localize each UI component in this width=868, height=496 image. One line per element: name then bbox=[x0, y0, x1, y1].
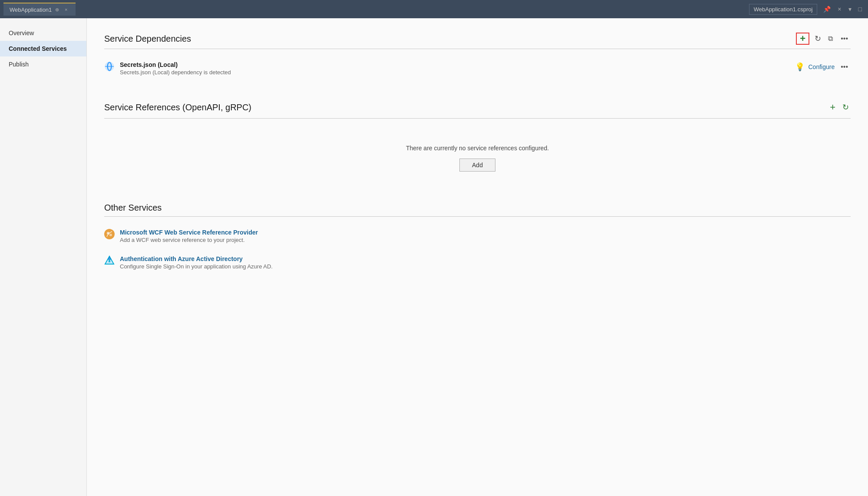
tab-close-icon[interactable]: × bbox=[63, 6, 69, 13]
sidebar-item-overview[interactable]: Overview bbox=[0, 25, 86, 41]
service-references-add-button[interactable]: Add bbox=[459, 159, 495, 172]
tab-label: WebApplication1 bbox=[10, 7, 52, 13]
service-dependencies-header: Service Dependencies + ↻ ⧉ ••• bbox=[104, 32, 851, 45]
other-services-title: Other Services bbox=[104, 203, 162, 213]
azure-ad-name[interactable]: Authentication with Azure Active Directo… bbox=[120, 255, 851, 262]
service-references-header: Service References (OpenAPI, gRPC) + ↻ bbox=[104, 100, 851, 115]
project-tab[interactable]: WebApplication1 ⊕ × bbox=[3, 3, 76, 16]
link-service-dependency-button[interactable]: ⧉ bbox=[826, 33, 835, 44]
sidebar-publish-label: Publish bbox=[9, 61, 29, 68]
project-name-label: WebApplication1.csproj bbox=[749, 4, 818, 15]
secrets-json-actions: 💡 Configure ••• bbox=[795, 61, 851, 72]
svg-point-5 bbox=[109, 234, 112, 236]
wcf-service-main: Microsoft WCF Web Service Reference Prov… bbox=[104, 229, 851, 243]
service-references-actions: + ↻ bbox=[828, 100, 851, 115]
title-bar: WebApplication1 ⊕ × WebApplication1.cspr… bbox=[0, 0, 868, 18]
configure-link[interactable]: Configure bbox=[808, 63, 835, 70]
azure-ad-item: Authentication with Azure Active Directo… bbox=[104, 252, 851, 273]
titlebar-icons: 📌 × ▾ □ bbox=[821, 5, 865, 13]
svg-point-3 bbox=[105, 229, 114, 239]
azure-ad-main: Authentication with Azure Active Directo… bbox=[104, 255, 851, 270]
svg-rect-8 bbox=[109, 260, 110, 262]
other-services-divider bbox=[104, 216, 851, 217]
main-area: Overview Connected Services Publish Serv… bbox=[0, 18, 868, 496]
sidebar-overview-label: Overview bbox=[9, 30, 34, 36]
service-references-empty: There are currently no service reference… bbox=[104, 127, 851, 182]
titlebar-dropdown-icon[interactable]: ▾ bbox=[846, 5, 854, 13]
sidebar-connected-services-label: Connected Services bbox=[9, 45, 67, 52]
title-bar-right: WebApplication1.csproj 📌 × ▾ □ bbox=[749, 4, 865, 15]
empty-message: There are currently no service reference… bbox=[104, 145, 851, 152]
sidebar-item-connected-services[interactable]: Connected Services bbox=[0, 41, 86, 56]
more-service-dependency-button[interactable]: ••• bbox=[838, 34, 851, 43]
service-references-section: Service References (OpenAPI, gRPC) + ↻ T… bbox=[104, 100, 851, 182]
refresh-service-dependency-button[interactable]: ↻ bbox=[813, 32, 823, 45]
service-references-divider bbox=[104, 118, 851, 119]
titlebar-maximize-icon[interactable]: □ bbox=[856, 5, 865, 13]
secrets-json-name: Secrets.json (Local) bbox=[120, 61, 795, 68]
wcf-icon bbox=[104, 229, 115, 239]
service-dependencies-actions: + ↻ ⧉ ••• bbox=[796, 32, 851, 45]
lightbulb-icon: 💡 bbox=[795, 62, 805, 72]
pin-icon: ⊕ bbox=[55, 7, 59, 13]
add-service-dependency-button[interactable]: + bbox=[796, 33, 809, 45]
sidebar: Overview Connected Services Publish bbox=[0, 18, 87, 496]
other-services-section: Other Services Microsoft WCF We bbox=[104, 203, 851, 273]
title-bar-left: WebApplication1 ⊕ × bbox=[3, 3, 76, 16]
wcf-service-name[interactable]: Microsoft WCF Web Service Reference Prov… bbox=[120, 229, 851, 236]
secrets-json-main: Secrets.json (Local) Secrets.json (Local… bbox=[104, 61, 795, 76]
azure-ad-info: Authentication with Azure Active Directo… bbox=[120, 255, 851, 270]
service-dependencies-divider bbox=[104, 49, 851, 49]
wcf-service-desc: Add a WCF web service reference to your … bbox=[120, 237, 851, 243]
azure-icon bbox=[104, 255, 115, 266]
secrets-more-button[interactable]: ••• bbox=[838, 62, 851, 72]
other-services-header: Other Services bbox=[104, 203, 851, 213]
wcf-service-item: Microsoft WCF Web Service Reference Prov… bbox=[104, 225, 851, 247]
sidebar-item-publish[interactable]: Publish bbox=[0, 56, 86, 72]
wcf-service-info: Microsoft WCF Web Service Reference Prov… bbox=[120, 229, 851, 243]
service-references-title: Service References (OpenAPI, gRPC) bbox=[104, 103, 251, 112]
refresh-service-reference-button[interactable]: ↻ bbox=[841, 101, 851, 114]
secrets-json-desc: Secrets.json (Local) dependency is detec… bbox=[120, 69, 795, 76]
service-dependencies-section: Service Dependencies + ↻ ⧉ ••• bbox=[104, 32, 851, 79]
content-area: Service Dependencies + ↻ ⧉ ••• bbox=[87, 18, 868, 496]
azure-ad-desc: Configure Single Sign-On in your applica… bbox=[120, 263, 851, 270]
secrets-icon bbox=[104, 61, 115, 72]
secrets-json-item: Secrets.json (Local) Secrets.json (Local… bbox=[104, 58, 851, 79]
titlebar-close-icon[interactable]: × bbox=[835, 5, 844, 13]
secrets-json-info: Secrets.json (Local) Secrets.json (Local… bbox=[120, 61, 795, 76]
add-service-reference-button[interactable]: + bbox=[828, 100, 837, 115]
titlebar-pin-icon[interactable]: 📌 bbox=[821, 5, 833, 13]
service-dependencies-title: Service Dependencies bbox=[104, 34, 191, 44]
